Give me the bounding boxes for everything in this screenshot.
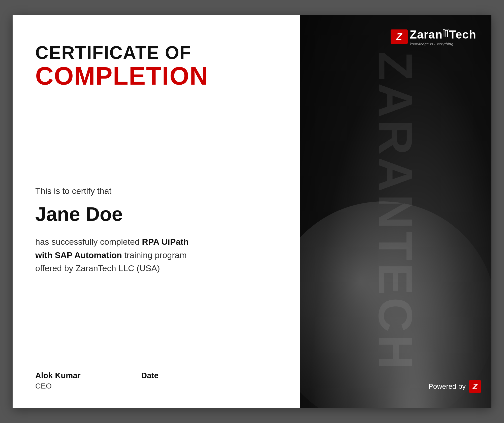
antenna-icon [443, 28, 449, 41]
brand-name-block: Zaran Tech knowl [410, 28, 476, 46]
brand-tagline: knowledge is Everything [410, 42, 476, 46]
brand-name-text: Zaran Tech [410, 28, 476, 41]
signatory-name: Alok Kumar [35, 371, 91, 380]
z-icon-box: Z [391, 29, 408, 44]
svg-line-7 [447, 29, 448, 30]
zarantech-logo: Z Zaran [391, 28, 476, 46]
signature-block: Alok Kumar CEO [35, 367, 91, 390]
logo-area: Z Zaran [300, 28, 481, 46]
brand-zaran: Zaran [410, 29, 443, 40]
svg-point-4 [445, 30, 447, 31]
certificate: CERTIFICATE OF COMPLETION This is to cer… [13, 15, 491, 408]
powered-by-text: Powered by [428, 382, 466, 391]
certificate-footer: Alok Kumar CEO Date [35, 352, 280, 390]
powered-by-z-icon: Z [469, 380, 481, 393]
signature-line [35, 367, 91, 367]
date-line [141, 367, 197, 367]
certificate-left-panel: CERTIFICATE OF COMPLETION This is to cer… [13, 15, 300, 408]
date-label: Date [141, 371, 197, 380]
certificate-description: has successfully completed RPA UiPath wi… [35, 235, 192, 275]
brand-tech: Tech [449, 29, 476, 40]
svg-line-2 [443, 29, 444, 30]
powered-by-section: Powered by Z [428, 380, 481, 393]
powered-by-z-letter: Z [472, 382, 478, 391]
certificate-title-line1: CERTIFICATE OF [35, 43, 280, 63]
recipient-name: Jane Doe [35, 203, 280, 225]
certificate-title-section: CERTIFICATE OF COMPLETION [35, 43, 280, 89]
certify-text: This is to certify that [35, 186, 280, 196]
watermark-container: ZARANTECH [300, 15, 491, 408]
signatory-role: CEO [35, 382, 91, 390]
description-prefix: has successfully completed [35, 237, 142, 246]
z-letter: Z [396, 31, 402, 42]
watermark-text: ZARANTECH [368, 51, 423, 372]
certificate-title-line2: COMPLETION [35, 63, 280, 89]
date-block: Date [141, 367, 197, 380]
certificate-right-panel: ZARANTECH Z Zaran [300, 15, 491, 408]
certificate-body: This is to certify that Jane Doe has suc… [35, 89, 280, 352]
